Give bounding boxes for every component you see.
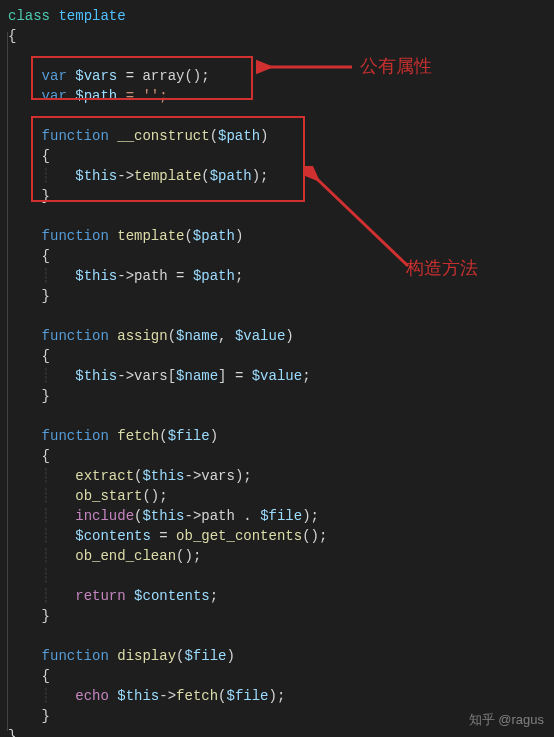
watermark: 知乎 @ragus: [469, 711, 544, 729]
code-line: {: [8, 446, 546, 466]
annotation-constructor: 构造方法: [406, 256, 478, 280]
code-line: ┊ $this->template($path);: [8, 166, 546, 186]
code-line: var $path = '';: [8, 86, 546, 106]
code-line: ┊ $contents = ob_get_contents();: [8, 526, 546, 546]
code-line: }: [8, 286, 546, 306]
code-line: {: [8, 26, 546, 46]
code-line: }: [8, 706, 546, 726]
code-line: ┊: [8, 566, 546, 586]
code-line: }: [8, 726, 546, 737]
code-line: ┊ ob_end_clean();: [8, 546, 546, 566]
code-line: {: [8, 346, 546, 366]
code-line: function __construct($path): [8, 126, 546, 146]
code-line: function template($path): [8, 226, 546, 246]
code-line: class template: [8, 6, 546, 26]
code-line: ┊ include($this->path . $file);: [8, 506, 546, 526]
code-line: [8, 46, 546, 66]
code-line: [8, 106, 546, 126]
code-line: }: [8, 606, 546, 626]
code-line: ┊ echo $this->fetch($file);: [8, 686, 546, 706]
code-line: [8, 406, 546, 426]
code-line: }: [8, 386, 546, 406]
code-editor: class template { var $vars = array(); va…: [0, 0, 554, 737]
code-line: [8, 306, 546, 326]
code-line: function assign($name, $value): [8, 326, 546, 346]
code-line: function display($file): [8, 646, 546, 666]
code-line: }: [8, 186, 546, 206]
code-line: ┊ extract($this->vars);: [8, 466, 546, 486]
code-line: {: [8, 666, 546, 686]
code-line: {: [8, 146, 546, 166]
code-line: var $vars = array();: [8, 66, 546, 86]
code-line: [8, 626, 546, 646]
code-line: ┊ $this->vars[$name] = $value;: [8, 366, 546, 386]
code-line: function fetch($file): [8, 426, 546, 446]
indent-guide: [7, 32, 8, 731]
code-line: ┊ return $contents;: [8, 586, 546, 606]
code-line: [8, 206, 546, 226]
annotation-public-property: 公有属性: [360, 54, 432, 78]
code-line: ┊ ob_start();: [8, 486, 546, 506]
